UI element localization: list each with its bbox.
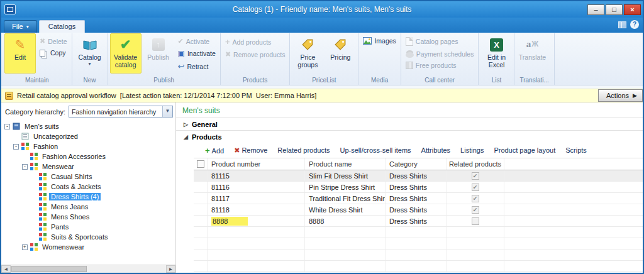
expander-icon[interactable]: -: [13, 144, 19, 150]
combobox-dropdown-icon[interactable]: ▼: [162, 106, 172, 117]
scroll-left-icon[interactable]: ◄: [1, 265, 11, 273]
expander-icon[interactable]: +: [22, 244, 28, 250]
tree-item-dress-shirts[interactable]: Dress Shirts (4): [1, 192, 175, 202]
product-page-layout-button[interactable]: Product page layout: [494, 146, 555, 154]
translate-icon: aЖ: [526, 36, 538, 53]
pricing-button-label: Pricing: [330, 53, 350, 61]
actions-button[interactable]: Actions ▶: [598, 89, 643, 102]
row-select-cell[interactable]: [194, 193, 208, 204]
hierarchy-combobox-value: Fashion navigation hierarchy: [69, 108, 162, 116]
tree-item-suits-sportcoats[interactable]: Suits & Sportcoats: [1, 232, 175, 242]
add-button[interactable]: +Add: [205, 146, 224, 155]
tree-item-coats-jackets[interactable]: Coats & Jackets: [1, 182, 175, 192]
empty-row: [194, 261, 643, 272]
maximize-button[interactable]: □: [606, 4, 623, 15]
edit-button[interactable]: ✎ Edit: [4, 33, 36, 74]
retract-button[interactable]: ↩ Retract: [175, 61, 218, 72]
cell-category: Dress Shirts: [386, 204, 447, 215]
ribbon-tab-row: File ▾ Catalogs ?: [1, 18, 643, 33]
attributes-button[interactable]: Attributes: [421, 146, 450, 154]
catalog-pages-button: Catalog pages: [403, 36, 477, 47]
publish-button-label: Publish: [147, 53, 169, 61]
tree-item-casual-shirts[interactable]: Casual Shirts: [1, 172, 175, 182]
cell-related-products: [447, 182, 504, 192]
cell-related-products: [447, 216, 504, 226]
header-checkbox-cell[interactable]: [194, 158, 208, 170]
catalog-button[interactable]: Catalog ▾: [74, 33, 106, 74]
payment-schedules-button: Payment schedules: [403, 49, 477, 58]
header-category[interactable]: Category: [386, 158, 447, 170]
row-select-cell[interactable]: [194, 170, 208, 181]
tab-catalogs[interactable]: Catalogs: [39, 20, 85, 33]
close-button[interactable]: ×: [624, 4, 641, 15]
upsell-button[interactable]: Up-sell/cross-sell items: [340, 146, 411, 154]
category-icon: [39, 173, 47, 180]
cell-product-number[interactable]: 81115: [208, 170, 305, 181]
workflow-icon: [5, 92, 13, 100]
tree-item-mens-shoes[interactable]: Mens Shoes: [1, 212, 175, 222]
scripts-button[interactable]: Scripts: [565, 146, 587, 154]
table-row[interactable]: 81115 Slim Fit Dress Shirt Dress Shirts: [194, 170, 643, 182]
tree-item-uncategorized[interactable]: Uncategorized: [1, 131, 175, 141]
delete-button: ✖ Delete: [37, 36, 70, 46]
header-related-products[interactable]: Related products: [447, 158, 504, 170]
list-icon: [21, 133, 29, 140]
expander-icon: [31, 174, 36, 180]
inactivate-button[interactable]: ▣ Inactivate: [175, 48, 218, 58]
row-select-cell[interactable]: [194, 182, 208, 192]
cell-product-number[interactable]: 8888: [208, 216, 305, 226]
pricing-button[interactable]: Pricing: [325, 33, 356, 74]
layout-icon[interactable]: [618, 21, 626, 28]
section-products[interactable]: ◢ Products: [176, 130, 643, 143]
expander-icon[interactable]: -: [4, 124, 10, 129]
remove-button[interactable]: ✖Remove: [234, 146, 267, 155]
hierarchy-combobox[interactable]: Fashion navigation hierarchy ▼: [69, 106, 173, 118]
empty-row: [194, 227, 643, 238]
help-icon[interactable]: ?: [630, 20, 639, 29]
tree-item-pants[interactable]: Pants: [1, 222, 175, 232]
ribbon-group-label-maintain: Maintain: [4, 77, 70, 85]
cell-product-number[interactable]: 81116: [208, 182, 305, 192]
tree-item-womenswear[interactable]: + Womenswear: [1, 242, 175, 252]
copy-button[interactable]: Copy: [37, 48, 70, 57]
validate-catalog-button[interactable]: ✔ Validate catalog: [110, 33, 142, 74]
horizontal-scrollbar[interactable]: ◄ ►: [1, 265, 175, 273]
category-icon: [39, 203, 47, 211]
header-product-number[interactable]: Product number: [208, 158, 305, 170]
minimize-button[interactable]: –: [587, 4, 604, 15]
tree-item-mens-suits[interactable]: - Men's suits: [1, 121, 175, 131]
tree-item-menswear[interactable]: - Menswear: [1, 162, 175, 172]
scroll-right-icon[interactable]: ►: [166, 265, 175, 273]
section-general[interactable]: ▷ General: [176, 118, 643, 130]
price-groups-button[interactable]: Price groups: [292, 33, 323, 74]
translate-button: aЖ Translate: [516, 33, 548, 74]
file-menu-button[interactable]: File ▾: [4, 20, 37, 33]
tree-item-mens-jeans[interactable]: Mens Jeans: [1, 202, 175, 212]
images-button[interactable]: Images: [360, 36, 398, 45]
ribbon-group-label-list: List: [480, 77, 512, 85]
tree-item-fashion[interactable]: - Fashion: [1, 141, 175, 151]
catalog-pages-button-label: Catalog pages: [416, 38, 458, 45]
remove-products-icon: ✖: [225, 50, 231, 58]
header-product-name[interactable]: Product name: [305, 158, 386, 170]
scrollbar-thumb[interactable]: [11, 266, 87, 272]
file-menu-label: File: [12, 23, 23, 30]
retract-button-label: Retract: [187, 63, 208, 70]
listings-button[interactable]: Listings: [460, 146, 484, 154]
edit-in-excel-button[interactable]: X Edit in Excel: [480, 33, 512, 74]
row-select-cell[interactable]: [194, 216, 208, 226]
expander-icon[interactable]: -: [22, 164, 28, 170]
table-row[interactable]: 81117 Traditional Fit Dress Shirt Dress …: [194, 193, 643, 204]
ribbon-group-translations: aЖ Translate Translati...: [514, 33, 554, 85]
payment-schedules-icon: [406, 52, 414, 58]
row-select-cell[interactable]: [194, 204, 208, 215]
tree-item-fashion-accessories[interactable]: Fashion Accessories: [1, 151, 175, 162]
edit-in-excel-button-label: Edit in Excel: [482, 53, 511, 68]
related-products-button[interactable]: Related products: [277, 146, 330, 154]
select-all-checkbox[interactable]: [197, 160, 204, 168]
cell-product-number[interactable]: 81117: [208, 193, 305, 204]
cell-product-number[interactable]: 81118: [208, 204, 305, 215]
table-row[interactable]: 81118 White Dress Shirt Dress Shirts: [194, 204, 643, 216]
table-row[interactable]: 8888 8888 Dress Shirts: [194, 216, 643, 227]
table-row[interactable]: 81116 Pin Stripe Dress Shirt Dress Shirt…: [194, 182, 643, 193]
